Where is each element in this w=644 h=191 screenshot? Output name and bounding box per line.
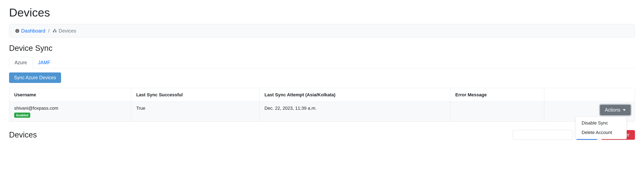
disable-sync-option[interactable]: Disable Sync: [576, 118, 626, 128]
page-title: Devices: [9, 6, 635, 19]
cell-actions: Actions Disable Sync Delete Account: [544, 102, 635, 122]
tab-jamf[interactable]: JAMF: [32, 57, 56, 68]
cell-last-sync-attempt: Dec. 22, 2023, 11:39 a.m.: [260, 102, 450, 122]
filter-input[interactable]: [513, 130, 572, 140]
breadcrumb-current: Devices: [58, 28, 76, 34]
dashboard-icon: [15, 29, 20, 33]
sitemap-icon: [52, 29, 57, 33]
status-badge: Enabled: [14, 113, 30, 118]
col-actions: [544, 88, 635, 102]
breadcrumb: Dashboard / Devices: [9, 24, 635, 38]
delete-account-option[interactable]: Delete Account: [576, 128, 626, 137]
devices-title: Devices: [9, 130, 37, 139]
cell-username: shivani@foxpass.com Enabled: [9, 102, 131, 122]
table-header-row: Username Last Sync Successful Last Sync …: [9, 88, 635, 102]
breadcrumb-dashboard-link[interactable]: Dashboard: [21, 28, 45, 34]
table-row: shivani@foxpass.com Enabled True Dec. 22…: [9, 102, 635, 122]
col-username: Username: [9, 88, 131, 102]
username-text: shivani@foxpass.com: [14, 106, 126, 111]
col-last-sync-successful: Last Sync Successful: [131, 88, 260, 102]
col-error-message: Error Message: [450, 88, 544, 102]
sync-azure-devices-button[interactable]: Sync Azure Devices: [9, 72, 61, 83]
tab-azure[interactable]: Azure: [9, 57, 32, 68]
col-last-sync-attempt: Last Sync Attempt (Asia/Kolkata): [260, 88, 450, 102]
device-sync-title: Device Sync: [9, 44, 635, 53]
cell-error-message: [450, 102, 544, 122]
breadcrumb-separator: /: [48, 28, 50, 34]
cell-last-sync-successful: True: [131, 102, 260, 122]
sync-table: Username Last Sync Successful Last Sync …: [9, 88, 635, 122]
sync-tabs: Azure JAMF: [9, 57, 635, 68]
actions-dropdown-button[interactable]: Actions: [600, 105, 631, 115]
actions-dropdown-menu: Disable Sync Delete Account: [575, 116, 627, 139]
